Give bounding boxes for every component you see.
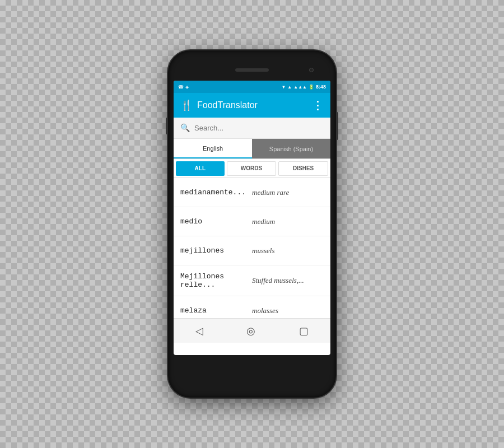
location-pin-icon: ▼ [281,85,286,90]
bottom-navigation: ◁ ◎ ▢ [174,318,330,343]
list-item[interactable]: mejillones mussels [174,236,330,265]
status-left-icons: ☎ ◈ [178,85,189,90]
word-original: melaza [180,306,252,315]
category-tabs: ALL WORDS DISHES [174,159,330,178]
time-display: 8:48 [316,84,326,90]
signal-icon: ▲▲▲ [293,85,307,90]
word-translation: medium rare [252,188,324,197]
location-icon: ◈ [185,85,189,90]
back-button[interactable]: ◁ [195,325,203,337]
more-options-button[interactable]: ⋮ [312,99,324,112]
wifi-icon: ▲ [287,85,292,90]
lang-tab-spanish[interactable]: Spanish (Spain) [252,139,330,158]
phone-device: ☎ ◈ ▼ ▲ ▲▲▲ 🔋 8:48 🍴 FoodTranslator ⋮ 🔍 [168,50,336,398]
list-item[interactable]: melaza molasses [174,296,330,318]
word-translation: medium [252,217,324,226]
camera [309,68,314,72]
recents-button[interactable]: ▢ [299,325,309,337]
power-button [336,112,338,140]
status-right-icons: ▼ ▲ ▲▲▲ 🔋 8:48 [281,84,326,90]
word-original: Mejillones relle... [180,272,252,289]
cat-tab-all[interactable]: ALL [176,161,225,176]
home-button[interactable]: ◎ [246,325,255,337]
search-input[interactable] [194,124,324,132]
list-item[interactable]: Mejillones relle... Stuffed mussels,... [174,265,330,296]
app-logo-icon: 🍴 [180,99,193,111]
app-title: FoodTranslator [197,100,307,110]
speaker [235,68,269,72]
lang-tab-english[interactable]: English [174,139,252,158]
app-bar: 🍴 FoodTranslator ⋮ [174,93,330,118]
search-bar: 🔍 [174,118,330,139]
word-original: medianamente... [180,188,252,197]
phone-top-bar [174,62,330,78]
search-icon: 🔍 [180,123,190,133]
word-translation: mussels [252,246,324,255]
cat-tab-words[interactable]: WORDS [227,161,277,176]
status-bar: ☎ ◈ ▼ ▲ ▲▲▲ 🔋 8:48 [174,81,330,93]
sim-icon: ☎ [178,85,184,90]
list-item[interactable]: medianamente... medium rare [174,178,330,207]
word-list: medianamente... medium rare medio medium… [174,178,330,318]
word-original: mejillones [180,246,252,255]
phone-bottom [174,355,330,377]
word-translation: molasses [252,306,324,315]
cat-tab-dishes[interactable]: DISHES [278,161,328,176]
volume-button [166,118,168,134]
word-original: medio [180,217,252,226]
phone-screen: ☎ ◈ ▼ ▲ ▲▲▲ 🔋 8:48 🍴 FoodTranslator ⋮ 🔍 [174,81,330,355]
battery-icon: 🔋 [309,85,314,90]
word-translation: Stuffed mussels,... [252,276,324,285]
list-item[interactable]: medio medium [174,207,330,236]
language-tabs: English Spanish (Spain) [174,139,330,159]
